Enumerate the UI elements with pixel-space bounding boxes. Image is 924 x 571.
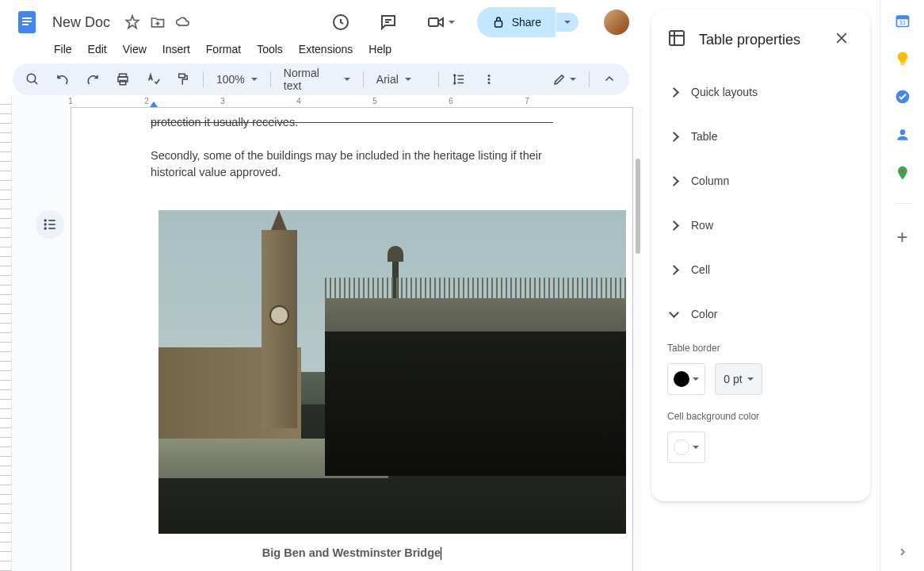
svg-point-12 <box>487 79 490 81</box>
svg-rect-3 <box>22 24 29 25</box>
section-row[interactable]: Row <box>651 203 870 247</box>
history-icon[interactable] <box>325 6 357 38</box>
star-icon[interactable] <box>124 14 140 30</box>
zoom-selector[interactable]: 100% <box>210 70 264 89</box>
section-color[interactable]: Color <box>651 292 870 336</box>
style-selector[interactable]: Normal text <box>277 63 357 95</box>
border-width-button[interactable]: 0 pt <box>715 363 762 395</box>
doc-text-line: protection it usually receives. <box>151 114 553 130</box>
image-caption: Big Ben and Westminster Bridge <box>151 545 553 561</box>
svg-point-23 <box>899 129 905 135</box>
outline-button[interactable] <box>36 210 64 239</box>
svg-point-15 <box>44 223 47 225</box>
hide-rail-icon[interactable] <box>896 547 909 561</box>
calendar-icon[interactable]: 31 <box>895 13 911 29</box>
section-quick-layouts[interactable]: Quick layouts <box>651 70 870 114</box>
table-icon <box>667 29 686 51</box>
tasks-icon[interactable] <box>895 89 911 105</box>
docs-logo[interactable] <box>13 8 41 36</box>
doc-page[interactable]: protection it usually receives. Secondly… <box>71 107 633 571</box>
chevron-right-icon <box>666 128 682 144</box>
svg-text:31: 31 <box>899 19 905 26</box>
bg-color-button[interactable] <box>667 431 705 463</box>
maps-icon[interactable] <box>895 165 911 181</box>
collapse-icon[interactable] <box>596 67 623 91</box>
menu-view[interactable]: View <box>116 40 153 59</box>
color-swatch-white <box>674 439 689 455</box>
section-column[interactable]: Column <box>651 159 870 203</box>
horizontal-ruler: 1 2 3 4 5 6 7 <box>71 95 642 107</box>
header: New Doc <box>0 0 642 38</box>
font-selector[interactable]: Arial <box>370 70 432 89</box>
section-cell[interactable]: Cell <box>651 247 870 292</box>
panel-title: Table properties <box>699 32 816 48</box>
svg-point-6 <box>27 74 36 82</box>
chevron-right-icon <box>666 84 682 100</box>
color-swatch-black <box>674 371 689 387</box>
scrollbar[interactable] <box>636 159 640 254</box>
print-icon[interactable] <box>109 67 136 91</box>
contacts-icon[interactable] <box>895 127 911 143</box>
cloud-icon[interactable] <box>175 14 191 30</box>
svg-point-13 <box>487 82 490 84</box>
menu-insert[interactable]: Insert <box>156 40 197 59</box>
menu-file[interactable]: File <box>48 40 78 59</box>
section-table[interactable]: Table <box>651 114 870 159</box>
share-button[interactable]: Share <box>477 7 556 37</box>
doc-paragraph: Secondly, some of the buildings may be i… <box>151 148 553 180</box>
chevron-right-icon <box>666 173 682 189</box>
svg-rect-4 <box>429 18 438 26</box>
menu-tools[interactable]: Tools <box>250 40 289 59</box>
vertical-ruler <box>0 95 12 571</box>
chevron-right-icon <box>666 217 682 233</box>
more-icon[interactable] <box>475 67 502 91</box>
svg-rect-1 <box>22 17 32 19</box>
paint-format-icon[interactable] <box>170 67 197 91</box>
share-dropdown[interactable] <box>556 13 578 32</box>
spellcheck-icon[interactable] <box>139 67 166 91</box>
line-spacing-icon[interactable] <box>445 67 472 91</box>
svg-rect-2 <box>22 21 32 22</box>
svg-point-24 <box>900 169 903 172</box>
bg-label: Cell background color <box>667 411 854 422</box>
menu-help[interactable]: Help <box>362 40 398 59</box>
doc-image[interactable] <box>158 210 626 534</box>
close-icon[interactable] <box>829 25 854 54</box>
svg-rect-17 <box>670 31 684 45</box>
share-label: Share <box>512 16 541 29</box>
border-color-button[interactable] <box>667 363 705 395</box>
sidebar-panel: Table properties Quick layouts Table Col… <box>642 0 880 571</box>
border-label: Table border <box>667 343 854 354</box>
search-icon[interactable] <box>19 67 46 91</box>
svg-rect-5 <box>494 21 502 28</box>
redo-icon[interactable] <box>79 67 106 91</box>
doc-title[interactable]: New Doc <box>48 13 115 33</box>
svg-point-16 <box>44 227 47 229</box>
menu-edit[interactable]: Edit <box>82 40 113 59</box>
menu-extensions[interactable]: Extensions <box>292 40 359 59</box>
video-call-button[interactable] <box>420 6 461 38</box>
keep-icon[interactable] <box>895 51 911 67</box>
chevron-right-icon <box>666 262 682 278</box>
svg-rect-10 <box>179 74 185 78</box>
avatar[interactable] <box>604 10 629 35</box>
svg-point-14 <box>44 219 47 221</box>
comment-icon[interactable] <box>372 6 404 38</box>
add-icon[interactable]: + <box>896 226 907 248</box>
svg-rect-21 <box>900 63 904 65</box>
menu-bar: File Edit View Insert Format Tools Exten… <box>0 38 642 63</box>
menu-format[interactable]: Format <box>200 40 247 59</box>
move-icon[interactable] <box>150 14 166 30</box>
undo-icon[interactable] <box>49 67 76 91</box>
edit-mode-icon[interactable] <box>546 67 582 91</box>
chevron-down-icon <box>666 306 682 322</box>
svg-point-11 <box>487 75 490 77</box>
toolbar: 100% Normal text Arial <box>13 63 629 95</box>
right-rail: 31 + <box>880 0 924 571</box>
